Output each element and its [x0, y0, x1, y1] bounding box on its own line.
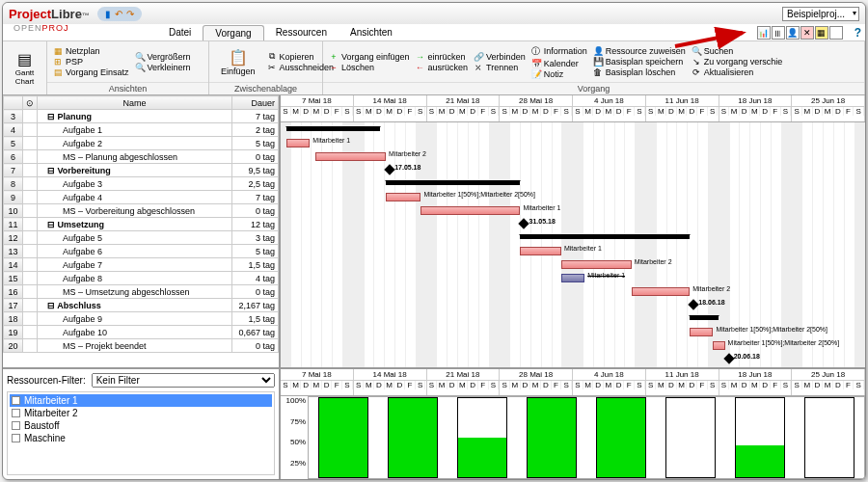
- find-button[interactable]: 🔍Suchen: [692, 46, 783, 56]
- info-button[interactable]: ⓘInformation: [531, 45, 587, 58]
- col-duration[interactable]: Dauer: [232, 96, 279, 110]
- table-row[interactable]: 18Aufgabe 91,5 tag: [4, 312, 279, 326]
- histogram-icon[interactable]: ⫼: [772, 26, 785, 40]
- goto-icon: ↘: [692, 57, 701, 67]
- menu-task[interactable]: Vorgang: [203, 25, 263, 40]
- table-row[interactable]: 15Aufgabe 84 tag: [4, 272, 279, 285]
- psp-button[interactable]: ⊞PSP: [53, 57, 129, 67]
- view-toggle-buttons: 📊 ⫼ 👤 ✕ ▦: [757, 26, 849, 40]
- table-row[interactable]: 11⊟ Umsetzung12 tag: [4, 218, 279, 231]
- list-item[interactable]: Mitarbeiter 2: [10, 407, 272, 419]
- wbs-icon: ⊞: [53, 57, 63, 67]
- gantt-pane[interactable]: 7 Mai 18SMDMDFS14 Mai 18SMDMDFS21 Mai 18…: [281, 95, 865, 367]
- usage-icon: ▤: [53, 67, 63, 77]
- paste-icon: 📋: [229, 48, 248, 67]
- menu-views[interactable]: Ansichten: [339, 25, 404, 40]
- undo-icon[interactable]: ↶: [115, 9, 122, 19]
- unlink-button[interactable]: ⤫Trennen: [474, 63, 526, 72]
- gantt-header: 7 Mai 18SMDMDFS14 Mai 18SMDMDFS21 Mai 18…: [281, 95, 865, 122]
- table-row[interactable]: 8Aufgabe 32,5 tag: [4, 177, 279, 191]
- table-row[interactable]: 20MS – Projekt beendet0 tag: [4, 339, 279, 353]
- histogram-header: 7 Mai 18SMDMDFS14 Mai 18SMDMDFS21 Mai 18…: [281, 369, 865, 396]
- col-name[interactable]: Name: [38, 96, 232, 110]
- gantt-body[interactable]: Mitarbeiter 1Mitarbeiter 217.05.18Mitarb…: [281, 122, 865, 367]
- save-icon: 💾: [593, 57, 603, 67]
- paste-button[interactable]: 📋Einfügen: [215, 43, 261, 80]
- goto-button[interactable]: ↘Zu vorgang verschie: [692, 57, 783, 67]
- checkbox-icon[interactable]: [12, 421, 20, 430]
- table-row[interactable]: 19Aufgabe 100,667 tag: [4, 326, 279, 339]
- table-row[interactable]: 12Aufgabe 53 tag: [4, 231, 279, 245]
- table-icon[interactable]: ▦: [815, 26, 828, 40]
- group-label: Vorgang: [323, 82, 864, 94]
- zoom-in-button[interactable]: 🔍Vergrößern: [135, 52, 191, 62]
- gantt-chart-button[interactable]: ▤Gantt Chart: [9, 43, 41, 93]
- zoom-in-icon: 🔍: [135, 52, 145, 62]
- histogram-yaxis: 100%75%50%25%: [281, 396, 308, 479]
- netplan-button[interactable]: ▦Netzplan: [53, 46, 129, 56]
- outdent-icon: ←: [416, 63, 425, 72]
- plus-icon: +: [329, 52, 339, 62]
- table-row[interactable]: 3⊟ Planung7 tag: [4, 110, 279, 123]
- filter-select[interactable]: Kein Filter: [92, 373, 275, 388]
- checkbox-icon[interactable]: [12, 396, 20, 405]
- menu-file[interactable]: Datei: [157, 25, 203, 40]
- table-row[interactable]: 10MS – Vorbereitung abgeschlossen0 tag: [4, 204, 279, 218]
- save-icon[interactable]: ▮: [105, 9, 111, 19]
- calendar-button[interactable]: 📅Kalender: [531, 59, 587, 68]
- chart-icon[interactable]: 📊: [757, 26, 771, 40]
- app-logo: ProjectLibre™: [9, 7, 90, 21]
- table-row[interactable]: 17⊟ Abschluss2,167 tag: [4, 299, 279, 312]
- delete-task-button[interactable]: −Löschen: [329, 63, 410, 72]
- app-window: ProjectLibre™ ▮ ↶ ↷ Beispielproj... OPEN…: [2, 2, 866, 480]
- table-row[interactable]: 6MS – Planung abgeschlossen0 tag: [4, 150, 279, 164]
- ribbon: ▤Gantt Chart ▦Netzplan ⊞PSP ▤Vorgang Ein…: [3, 41, 865, 95]
- note-icon: 📝: [531, 69, 541, 79]
- assign-icon: 👤: [593, 46, 603, 56]
- table-row[interactable]: 4Aufgabe 12 tag: [4, 123, 279, 137]
- help-icon[interactable]: ?: [854, 26, 861, 40]
- table-row[interactable]: 9Aufgabe 47 tag: [4, 191, 279, 204]
- baseline-save-button[interactable]: 💾Basisplan speichern: [593, 57, 686, 67]
- assign-button[interactable]: 👤Ressource zuweisen: [593, 46, 686, 56]
- menu-resources[interactable]: Ressourcen: [264, 25, 339, 40]
- table-row[interactable]: 5Aufgabe 25 tag: [4, 137, 279, 150]
- group-label: Zwischenablage: [209, 82, 322, 94]
- list-item[interactable]: Maschine: [10, 432, 272, 444]
- gantt-icon: ▤: [17, 50, 32, 68]
- menubar: Datei Vorgang Ressourcen Ansichten 📊 ⫼ 👤…: [3, 24, 865, 41]
- outdent-button[interactable]: ←ausrücken: [416, 63, 469, 72]
- table-row[interactable]: 7⊟ Vorbereitung9,5 tag: [4, 164, 279, 177]
- close-view-icon[interactable]: ✕: [800, 26, 814, 40]
- list-item[interactable]: Baustoff: [10, 419, 272, 432]
- titlebar: ProjectLibre™ ▮ ↶ ↷ Beispielproj...: [3, 3, 865, 24]
- blank-icon[interactable]: [829, 26, 843, 40]
- redo-icon[interactable]: ↷: [126, 9, 134, 19]
- bottom-pane: Ressourcen-Filter: Kein Filter Mitarbeit…: [3, 367, 865, 479]
- list-item[interactable]: Mitarbeiter 1: [10, 394, 272, 407]
- project-selector[interactable]: Beispielproj...: [782, 7, 859, 21]
- resource-icon[interactable]: 👤: [786, 26, 800, 40]
- histogram-chart[interactable]: [308, 396, 865, 479]
- update-button[interactable]: ⟳Aktualisieren: [692, 67, 783, 77]
- table-row[interactable]: 16MS – Umsetzung abgeschlossen0 tag: [4, 285, 279, 299]
- histogram-pane: 7 Mai 18SMDMDFS14 Mai 18SMDMDFS21 Mai 18…: [281, 369, 865, 479]
- baseline-delete-button[interactable]: 🗑Basisplan löschen: [593, 67, 686, 77]
- calendar-icon: 📅: [531, 59, 541, 68]
- table-row[interactable]: 13Aufgabe 65 tag: [4, 245, 279, 258]
- checkbox-icon[interactable]: [12, 434, 20, 442]
- info-icon: ⓘ: [531, 45, 541, 58]
- checkbox-icon[interactable]: [12, 409, 20, 417]
- task-usage-button[interactable]: ▤Vorgang Einsatz: [53, 67, 129, 77]
- group-label: Ansichten: [47, 82, 208, 94]
- insert-task-button[interactable]: +Vorgang einfügen: [329, 52, 410, 62]
- note-button[interactable]: 📝Notiz: [531, 69, 587, 79]
- resource-list[interactable]: Mitarbeiter 1Mitarbeiter 2BaustoffMaschi…: [7, 391, 275, 475]
- task-grid[interactable]: ⊙NameDauer 3⊟ Planung7 tag4Aufgabe 12 ta…: [3, 95, 279, 367]
- zoom-out-button[interactable]: 🔍Verkleinern: [135, 63, 191, 72]
- table-row[interactable]: 14Aufgabe 71,5 tag: [4, 258, 279, 272]
- indent-button[interactable]: →einrücken: [416, 52, 469, 62]
- link-button[interactable]: 🔗Verbinden: [474, 52, 526, 62]
- link-icon: 🔗: [474, 52, 483, 62]
- main-area: ⊙NameDauer 3⊟ Planung7 tag4Aufgabe 12 ta…: [3, 95, 865, 367]
